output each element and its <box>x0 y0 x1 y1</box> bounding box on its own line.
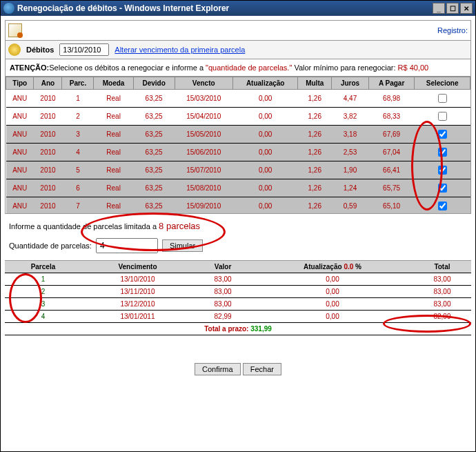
maximize-button[interactable]: ☐ <box>446 3 459 14</box>
document-icon <box>8 23 22 37</box>
simular-button[interactable]: Simular <box>162 239 203 252</box>
table-row: ANU20102Real63,2515/04/20100,001,263,826… <box>6 108 470 126</box>
table-row: ANU20104Real63,2515/06/20100,001,262,536… <box>6 144 470 161</box>
ie-icon <box>3 3 14 14</box>
sim-col-total: Total <box>413 261 471 273</box>
debits-col-header: Parc. <box>62 77 94 90</box>
warning-text: ATENÇÃO:Selecione os débitos a renegocia… <box>5 59 471 76</box>
sim-col-parcela: Parcela <box>5 261 81 273</box>
select-row-checkbox[interactable] <box>438 112 447 121</box>
debits-col-header: Juros <box>332 77 369 90</box>
window-titlebar: Renegociação de débitos - Windows Intern… <box>1 1 475 16</box>
table-row: 113/10/201083,000,0083,00 <box>5 273 471 286</box>
prompt-text: Informe a quantidade de parcelas limitad… <box>5 214 471 235</box>
debits-col-header: A Pagar <box>369 77 415 90</box>
table-row: ANU20107Real63,2515/09/20100,001,260,596… <box>6 197 470 215</box>
coins-icon <box>8 43 21 56</box>
select-row-checkbox[interactable] <box>438 94 447 103</box>
select-row-checkbox[interactable] <box>438 166 447 175</box>
table-row: ANU20105Real63,2515/07/20100,001,261,906… <box>6 161 470 179</box>
sim-col-valor: Valor <box>194 261 252 273</box>
debits-col-header: Atualização <box>232 77 298 90</box>
select-row-checkbox[interactable] <box>438 130 447 139</box>
close-button[interactable]: ✕ <box>460 3 473 14</box>
debits-col-header: Vencto <box>175 77 232 90</box>
simulation-table: Parcela Vencimento Valor Atualização 0.0… <box>5 261 471 335</box>
debits-col-header: Ano <box>34 77 62 90</box>
total-a-prazo: Total a prazo: 331,99 <box>5 323 471 335</box>
debits-col-header: Selecione <box>415 77 470 90</box>
debits-col-header: Multa <box>298 77 332 90</box>
date-input[interactable] <box>59 43 109 56</box>
qty-label: Quantidade de parcelas: <box>9 242 92 250</box>
alterar-vencimento-link[interactable]: Alterar vencimento da primeira parcela <box>115 46 245 54</box>
select-row-checkbox[interactable] <box>438 202 447 210</box>
table-row: 413/01/201182,990,0082,99 <box>5 311 471 323</box>
registro-label: Registro: <box>437 26 468 35</box>
debits-scroll-area[interactable]: TipoAnoParc.MoedaDevidoVenctoAtualização… <box>5 76 471 214</box>
fechar-button[interactable]: Fechar <box>243 363 281 375</box>
minimize-button[interactable]: _ <box>433 3 445 14</box>
debits-table: TipoAnoParc.MoedaDevidoVenctoAtualização… <box>6 77 470 214</box>
debits-col-header: Devido <box>133 77 175 90</box>
sim-col-vencimento: Vencimento <box>81 261 194 273</box>
debits-col-header: Moeda <box>94 77 133 90</box>
confirma-button[interactable]: Confirma <box>195 363 241 375</box>
select-row-checkbox[interactable] <box>438 148 447 157</box>
sim-col-atualizacao: Atualização 0.0 % <box>252 261 413 273</box>
debits-col-header: Tipo <box>6 77 34 90</box>
window-title: Renegociação de débitos - Windows Intern… <box>17 3 229 13</box>
debitos-label: Débitos <box>26 46 54 54</box>
qty-input[interactable] <box>96 238 158 253</box>
table-row: ANU20101Real63,2515/03/20100,001,264,476… <box>6 90 470 108</box>
table-row: 313/12/201083,000,0083,00 <box>5 298 471 311</box>
table-row: 213/11/201083,000,0083,00 <box>5 286 471 298</box>
select-row-checkbox[interactable] <box>438 184 447 193</box>
table-row: ANU20103Real63,2515/05/20100,001,263,186… <box>6 126 470 144</box>
table-row: ANU20106Real63,2515/08/20100,001,261,246… <box>6 179 470 197</box>
